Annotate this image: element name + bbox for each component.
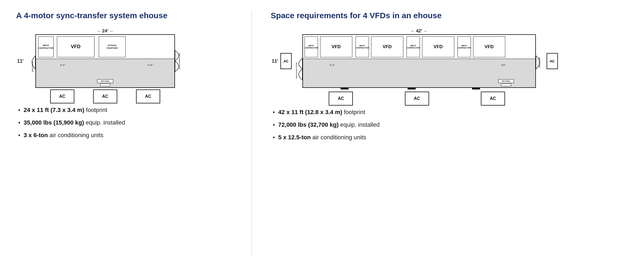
left-ac-1-label: AC [59, 94, 65, 99]
left-panel-label: 480V PANEL [101, 80, 110, 82]
right-top-row: INPUTCONTRACTOR VFD INPUTCONTRACTOR VFD [303, 35, 535, 59]
right-ac-connector-2 [408, 87, 416, 89]
left-floorplan-row: 11' 3070 DOOR [16, 34, 185, 88]
dim-line-left [97, 31, 100, 31]
right-door-right-wrapper: 3070 DOOR [536, 34, 546, 88]
left-title: A 4-motor sync-transfer system ehouse [16, 11, 167, 20]
right-vfd-3: VFD [422, 36, 454, 57]
right-ac-connector-3 [472, 87, 480, 89]
right-spec-1-bold: 42 x 11 ft (12.8 x 3.4 m) [278, 109, 342, 115]
right-ac-1-label: AC [338, 96, 344, 101]
right-ac-3-label: AC [490, 96, 496, 101]
dim-line-right [110, 31, 113, 31]
left-door-right-svg: 8080 DOUBLE DOOR [175, 34, 185, 88]
left-bypass-box: BYPASSSTARTERS [99, 36, 126, 57]
right-spec-1-normal: footprint [342, 109, 365, 115]
right-ac-3: AC [481, 92, 505, 106]
left-spec-3: 3 x 6-ton air conditioning units [16, 131, 125, 140]
right-walkway-dim1: 8'-2" [330, 64, 335, 66]
right-plan-box: INPUTCONTRACTOR VFD INPUTCONTRACTOR VFD [302, 34, 536, 88]
right-ac-left-side-box: AC [280, 53, 292, 69]
right-vfd-1-label: VFD [332, 44, 341, 50]
right-floorplan-outer: 42' 11' AC [271, 28, 558, 106]
left-ac-2-label: AC [102, 94, 108, 99]
right-door-right-svg: 3070 DOOR [536, 34, 546, 88]
right-ac-2: AC [405, 92, 429, 106]
right-panel-area: 480V PANEL [498, 79, 514, 86]
right-vfd-2-label: VFD [383, 44, 392, 50]
left-panel-area: 480V PANEL [97, 79, 113, 86]
right-dim-line-left [411, 31, 414, 31]
svg-text:3070 DOOR: 3070 DOOR [539, 57, 540, 68]
right-panel-box: 480V PANEL [498, 79, 514, 83]
left-dim-top-label: 24' [100, 28, 111, 34]
left-spec-1-normal: footprint [84, 107, 107, 113]
left-bypass-label: BYPASSSTARTERS [107, 44, 118, 49]
right-spec-2-normal: equip. installed [339, 121, 380, 128]
left-spec-2: 35,000 lbs (15,900 kg) equip. installed [16, 119, 125, 127]
left-input-contractor-label: INPUTCONTRACTOR [38, 44, 54, 49]
right-spec-2-bold: 72,000 lbs (32,700 kg) [278, 121, 339, 128]
left-bottom-row: 8'-2" 5'-8" 480V PANEL [36, 59, 174, 87]
right-door-left-svg: 8080 DOUBLE DOOR [293, 32, 302, 85]
right-ac-right-side-box: AC [547, 53, 558, 69]
right-vfd-2: VFD [371, 36, 403, 57]
left-walkway-dim2: 5'-8" [148, 64, 153, 66]
left-door-right-wrapper: 8080 DOUBLE DOOR [175, 34, 185, 88]
left-walkway-dim1: 8'-2" [60, 64, 65, 66]
right-spec-3-normal: air conditioning units [311, 134, 366, 141]
section-divider [251, 11, 252, 255]
right-spec-3: 5 x 12.5-ton air conditioning units [271, 133, 380, 142]
right-ac-left-side-label: AC [283, 59, 288, 63]
right-ic-1-label: INPUTCONTRACTOR [305, 45, 318, 49]
right-bottom-row: 8'-2" 5'6" 480V PANEL [303, 59, 535, 87]
right-ic-3-label: INPUTCONTRACTOR [407, 45, 420, 49]
left-door-arc-svg: 3070 DOOR [26, 34, 35, 88]
right-spec-2: 72,000 lbs (32,700 kg) equip. installed [271, 121, 380, 129]
right-panel-label: 480V PANEL [502, 80, 510, 82]
left-specs-list: 24 x 11 ft (7.3 x 3.4 m) footprint 35,00… [16, 106, 125, 144]
right-ic-1: INPUTCONTRACTOR [305, 36, 318, 57]
right-spec-1: 42 x 11 ft (12.8 x 3.4 m) footprint [271, 108, 380, 117]
right-ic-4: INPUTCONTRACTOR [458, 36, 471, 57]
right-title: Space requirements for 4 VFDs in an ehou… [271, 11, 442, 20]
left-door-left-wrapper: 3070 DOOR [26, 34, 35, 88]
left-input-contractor-box: INPUTCONTRACTOR [38, 36, 54, 57]
right-ic-3: INPUTCONTRACTOR [407, 36, 420, 57]
left-top-row: INPUTCONTRACTOR VFD BYPASSSTARTERS [36, 35, 174, 59]
right-vfd-4: VFD [473, 36, 505, 57]
right-ic-4-label: INPUTCONTRACTOR [458, 45, 471, 49]
right-section: Space requirements for 4 VFDs in an ehou… [271, 11, 628, 146]
left-plan-box: INPUTCONTRACTOR VFD BYPASSSTARTERS 8 [35, 34, 175, 88]
right-dim-top-label: 42' [414, 28, 424, 34]
left-ac-2: AC [93, 89, 117, 103]
right-specs-list: 42 x 11 ft (12.8 x 3.4 m) footprint 72,0… [271, 108, 380, 146]
left-door-left-area: 3070 DOOR [26, 34, 35, 88]
left-ac-3-label: AC [145, 94, 151, 99]
right-ac-row: AC AC AC [271, 92, 558, 106]
left-floorplan-outer: 24' 11' 3070 DOOR [16, 28, 185, 103]
svg-text:8080 DOUBLE DOOR: 8080 DOUBLE DOOR [296, 62, 297, 78]
right-ac-right-side-label: AC [550, 59, 555, 63]
left-spec-3-normal: air conditioning units [48, 132, 103, 138]
left-dim-side-label: 11' [16, 34, 26, 88]
left-spec-2-normal: equip. installed [84, 119, 125, 126]
left-spec-1: 24 x 11 ft (7.3 x 3.4 m) footprint [16, 106, 125, 114]
right-ac-right-side-area: AC [547, 34, 558, 88]
right-dim-side-label: 11' [271, 34, 280, 88]
left-spec-1-bold: 24 x 11 ft (7.3 x 3.4 m) [24, 107, 84, 113]
right-ic-2-label: INPUTCONTRACTOR [356, 45, 369, 49]
right-ic-2: INPUTCONTRACTOR [356, 36, 369, 57]
left-vfd-label: VFD [71, 44, 80, 50]
left-vfd-box: VFD [57, 36, 94, 57]
left-panel-box2 [100, 84, 110, 86]
right-dim-top-row: 42' [271, 28, 558, 34]
svg-text:3070 DOOR: 3070 DOOR [32, 62, 34, 72]
right-spec-3-bold: 5 x 12.5-ton [278, 134, 311, 141]
left-ac-row: AC AC AC [16, 89, 185, 103]
left-panel-box: 480V PANEL [97, 79, 113, 83]
left-ac-3: AC [136, 89, 160, 103]
left-spec-3-bold: 3 x 6-ton [24, 132, 48, 138]
right-ac-left-side-area: AC [280, 34, 292, 88]
right-vfd-4-label: VFD [485, 44, 494, 50]
